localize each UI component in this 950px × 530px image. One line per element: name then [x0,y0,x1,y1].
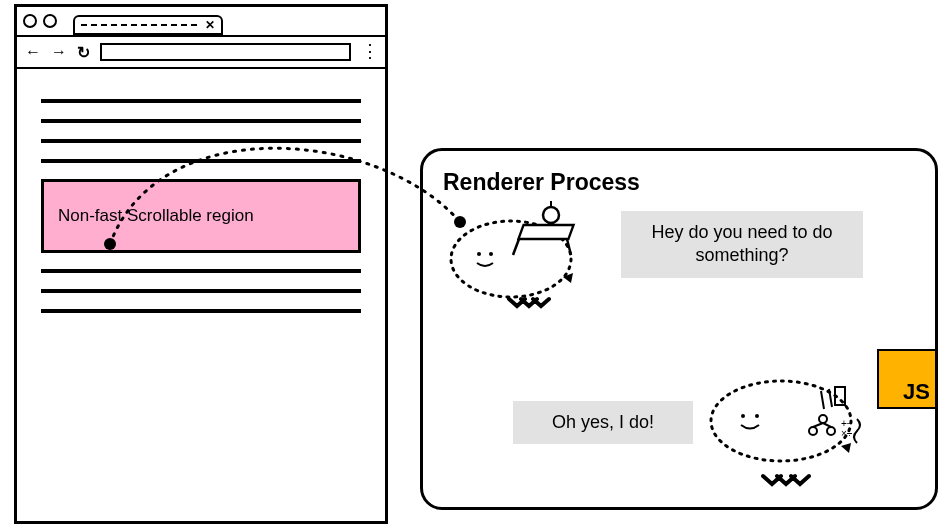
titlebar: ✕ [17,7,385,37]
text-line [41,269,361,273]
svg-rect-3 [518,225,573,239]
bubble-text: Hey do you need to do something? [651,222,832,265]
speech-bubble-mainthread: Oh yes, I do! [513,401,693,444]
svg-point-13 [809,427,817,435]
text-line [41,289,361,293]
svg-point-1 [477,252,481,256]
window-button-icon [43,14,57,28]
js-badge: JS [877,349,937,409]
svg-point-14 [827,427,835,435]
browser-window: ✕ ← → ↻ ⋮ Non-fast Scrollable region [14,4,388,524]
svg-line-16 [823,423,831,427]
text-line [41,159,361,163]
url-bar [100,43,351,61]
forward-icon: → [51,43,67,61]
text-line [41,139,361,143]
reload-icon: ↻ [77,43,90,62]
svg-line-15 [813,423,823,427]
js-label: JS [903,379,930,405]
close-icon: ✕ [205,18,215,32]
svg-point-10 [755,414,759,418]
text-line [41,99,361,103]
renderer-process-panel: Renderer Process Hey do you need to do s… [420,148,938,510]
compositor-thread-character [441,199,611,309]
nonfast-region: Non-fast Scrollable region [41,179,361,253]
svg-text:×÷: ×÷ [841,428,853,439]
region-label: Non-fast Scrollable region [58,206,254,225]
menu-icon: ⋮ [361,48,377,55]
main-thread-character: +− ×÷ [701,361,871,471]
speech-bubble-compositor: Hey do you need to do something? [621,211,863,278]
page-content: Non-fast Scrollable region [17,69,385,343]
bubble-text: Oh yes, I do! [552,412,654,432]
toolbar: ← → ↻ ⋮ [17,37,385,69]
back-icon: ← [25,43,41,61]
svg-point-12 [819,415,827,423]
text-line [41,309,361,313]
svg-line-4 [513,239,519,255]
svg-point-2 [489,252,493,256]
text-line [41,119,361,123]
svg-point-9 [741,414,745,418]
svg-point-6 [543,207,559,223]
tab: ✕ [73,15,223,35]
window-button-icon [23,14,37,28]
renderer-title: Renderer Process [443,169,915,196]
